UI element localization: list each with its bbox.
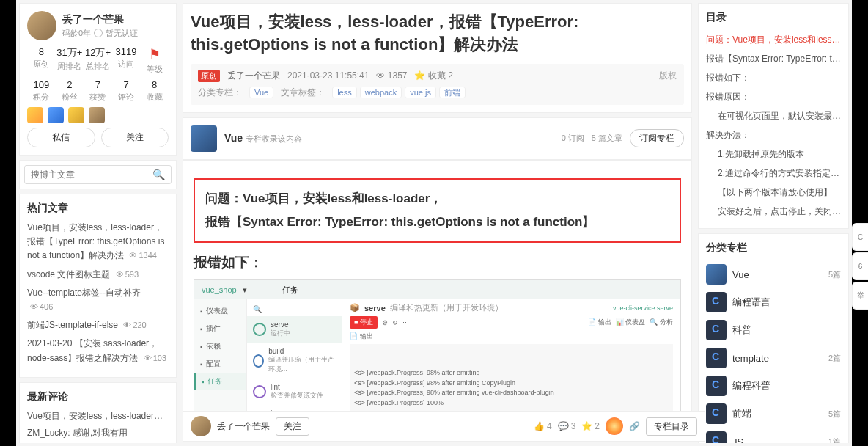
hot-article-item[interactable]: 前端JS-template-if-else 👁220 bbox=[27, 318, 169, 332]
float-button[interactable]: 6 bbox=[852, 252, 868, 280]
badge-icon bbox=[89, 107, 105, 123]
toc-item[interactable]: 解决办法： bbox=[706, 125, 841, 145]
stat-num[interactable]: 12万+ bbox=[84, 46, 112, 59]
hot-articles: 热门文章 Vue项目，安装less，less-loader，报错【TypeErr… bbox=[19, 194, 177, 378]
category-item[interactable]: Vue5篇 bbox=[706, 260, 841, 288]
stat-num[interactable]: ⚑ bbox=[140, 46, 169, 62]
article-author[interactable]: 丢了一个芒果 bbox=[227, 70, 280, 82]
category-item[interactable]: 科普 bbox=[706, 316, 841, 344]
message-button[interactable]: 私信 bbox=[27, 128, 95, 147]
copyright-label[interactable]: 版权 bbox=[659, 70, 677, 82]
stat-num[interactable]: 8 bbox=[140, 79, 169, 90]
toc-item[interactable]: 问题：Vue项目，安装less和less-loader， bbox=[706, 30, 841, 49]
hot-article-item[interactable]: 2021-03-20 【安装 sass-loader，node-sass】报错之… bbox=[27, 337, 169, 365]
ss-nav-item: ▪配置 bbox=[194, 355, 246, 373]
search-input[interactable] bbox=[31, 169, 152, 180]
verify-label: 暂无认证 bbox=[106, 28, 138, 39]
toc-item[interactable]: 2.通过命令行的方式安装指定的版本... bbox=[706, 164, 841, 183]
hot-article-item[interactable]: Vue--template标签--自动补齐 👁406 bbox=[27, 286, 169, 314]
category-icon bbox=[706, 431, 727, 443]
hot-title: 热门文章 bbox=[27, 202, 169, 215]
search-box[interactable]: 🔍 bbox=[24, 165, 172, 184]
ss-nav-item: ▪仪表盘 bbox=[194, 302, 246, 320]
stat-num[interactable]: 3119 bbox=[112, 46, 141, 57]
stat-label: 获赞 bbox=[84, 92, 112, 103]
ss-task-item: serve运行中 bbox=[247, 316, 342, 343]
toc-item[interactable]: 报错如下： bbox=[706, 68, 841, 87]
stat-label: 积分 bbox=[27, 92, 56, 103]
category-item[interactable]: 编程语言 bbox=[706, 288, 841, 316]
stat-num[interactable]: 8 bbox=[27, 46, 56, 57]
toc-item[interactable]: 【以下两个版本请放心使用】 bbox=[706, 183, 841, 202]
article-title: Vue项目，安装less，less-loader，报错【TypeError: t… bbox=[191, 11, 684, 56]
category-icon bbox=[706, 292, 727, 312]
article-date: 2021-03-23 11:55:41 bbox=[287, 70, 369, 81]
stat-num[interactable]: 109 bbox=[27, 79, 56, 90]
code-age: 码龄0年 bbox=[62, 28, 91, 39]
stat-label: 评论 bbox=[112, 92, 141, 103]
badge-row bbox=[27, 107, 169, 123]
error-highlight-box: 问题：Vue项目，安装less和less-loader， 报错【Syntax E… bbox=[194, 178, 681, 244]
toc-item[interactable]: 1.先卸载掉原先的版本 bbox=[706, 145, 841, 164]
toc-item[interactable]: 报错【Syntax Error: TypeError: this.get... bbox=[706, 49, 841, 68]
stat-num[interactable]: 31万+ bbox=[56, 46, 84, 59]
article-tag[interactable]: less bbox=[332, 87, 357, 98]
toc-item[interactable]: 在可视化页面里，默认安装最新版本... bbox=[706, 106, 841, 125]
follow-button[interactable]: 关注 bbox=[101, 128, 169, 147]
hot-article-item[interactable]: Vue项目，安装less，less-loader，报错【TypeError: t… bbox=[27, 221, 169, 263]
article-tag[interactable]: 前端 bbox=[439, 87, 466, 98]
toc-title: 目录 bbox=[706, 11, 841, 24]
category-icon bbox=[706, 264, 727, 285]
ss-nav-item: ▪插件 bbox=[194, 320, 246, 337]
category-item[interactable]: 编程科普 bbox=[706, 372, 841, 400]
subscribe-button[interactable]: 订阅专栏 bbox=[630, 129, 684, 147]
article-count: 5 篇文章 bbox=[592, 133, 622, 144]
like-button[interactable]: 👍 4 bbox=[534, 421, 552, 431]
toc-item[interactable]: 报错原因： bbox=[706, 87, 841, 106]
badge-icon bbox=[48, 107, 64, 123]
footer-avatar[interactable] bbox=[191, 416, 211, 436]
float-button[interactable]: 举 bbox=[852, 282, 868, 310]
ss-nav-item: ▪任务 bbox=[194, 373, 246, 390]
catalog-button[interactable]: 专栏目录 bbox=[646, 417, 697, 436]
category-value[interactable]: Vue bbox=[249, 87, 273, 98]
footer-author[interactable]: 丢了一个芒果 bbox=[217, 420, 270, 433]
toc-card: 目录 问题：Vue项目，安装less和less-loader，报错【Syntax… bbox=[698, 3, 849, 229]
footer-follow-button[interactable]: 关注 bbox=[276, 417, 309, 436]
comment-item[interactable]: Vue项目，安装less，less-loader，报错... bbox=[27, 409, 169, 423]
author-name[interactable]: 丢了一个芒果 bbox=[62, 13, 138, 26]
stat-num[interactable]: 7 bbox=[112, 79, 141, 90]
hot-article-item[interactable]: vscode 文件图标主题 👁593 bbox=[27, 268, 169, 282]
stop-button: ■ 停止 bbox=[350, 316, 378, 329]
category-icon bbox=[706, 320, 727, 340]
toc-item[interactable]: 安装好之后，点击停止，关闭项目页... bbox=[706, 202, 841, 221]
comment-button[interactable]: 💬 3 bbox=[558, 421, 576, 431]
category-item[interactable]: template2篇 bbox=[706, 344, 841, 372]
column-name[interactable]: Vue bbox=[224, 132, 243, 144]
fire-icon[interactable] bbox=[606, 417, 623, 435]
stat-label: 粉丝 bbox=[56, 92, 84, 103]
error-line-1: 问题：Vue项目，安装less和less-loader， bbox=[205, 187, 669, 211]
ss-task-item: build编译并压缩（用于生产环境... bbox=[247, 343, 342, 379]
original-tag: 原创 bbox=[198, 70, 220, 82]
favorite-count[interactable]: ⭐ 收藏 2 bbox=[414, 70, 452, 82]
stat-num[interactable]: 2 bbox=[56, 79, 84, 90]
float-button[interactable]: C bbox=[852, 223, 868, 251]
article-tag[interactable]: vue.js bbox=[405, 87, 436, 98]
stat-num[interactable]: 7 bbox=[84, 79, 112, 90]
comment-item[interactable]: ZM_Lucky: 感谢,对我有用 bbox=[27, 426, 169, 440]
terminal-screenshot: vue_shop ▾ 任务 ▪仪表盘▪插件▪依赖▪配置▪任务 🔍 serve运行… bbox=[194, 279, 681, 420]
stat-label: 周排名 bbox=[56, 61, 84, 72]
category-item[interactable]: 前端5篇 bbox=[706, 400, 841, 428]
star-button[interactable]: ⭐ 2 bbox=[581, 421, 600, 431]
category-icon bbox=[706, 403, 727, 424]
column-sub: 专栏收录该内容 bbox=[246, 134, 302, 143]
search-icon[interactable]: 🔍 bbox=[152, 169, 165, 180]
article-tag[interactable]: webpack bbox=[360, 87, 402, 98]
article-footer-bar: 丢了一个芒果 关注 👍 4 💬 3 ⭐ 2 🔗 专栏目录 bbox=[183, 411, 705, 442]
badge-icon bbox=[27, 107, 43, 123]
avatar[interactable] bbox=[27, 11, 56, 40]
share-button[interactable]: 🔗 bbox=[629, 421, 640, 431]
ss-task-item: lint检查并修复源文件 bbox=[247, 379, 342, 405]
category-item[interactable]: JS1篇 bbox=[706, 428, 841, 443]
